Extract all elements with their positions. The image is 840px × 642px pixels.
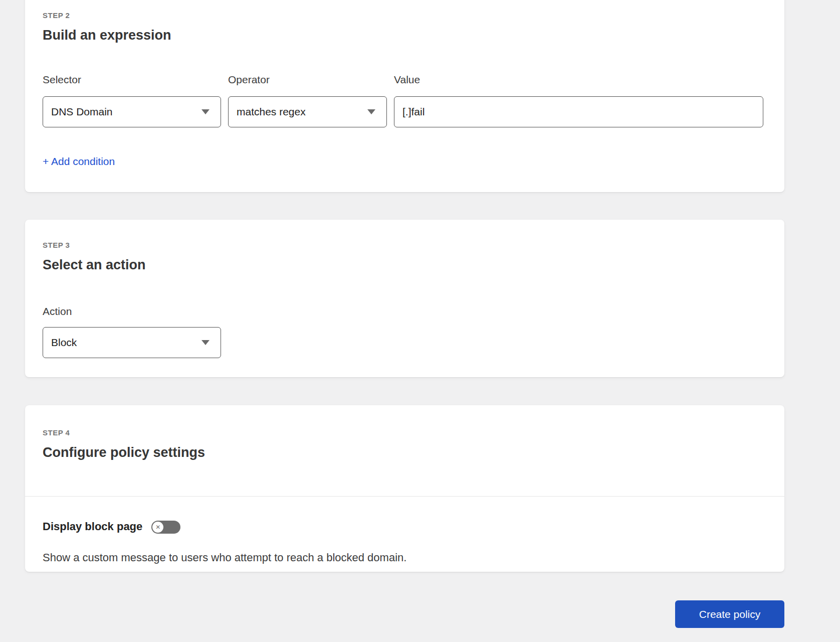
toggle-off-x-icon: ✕ xyxy=(152,522,163,533)
operator-dropdown-value: matches regex xyxy=(237,106,306,118)
selector-field: Selector DNS Domain xyxy=(43,73,221,127)
build-expression-card: STEP 2 Build an expression Selector DNS … xyxy=(25,0,784,192)
value-label: Value xyxy=(394,73,763,86)
display-block-page-row: Display block page ✕ xyxy=(43,520,763,534)
display-block-page-label: Display block page xyxy=(43,520,142,534)
policy-settings-card: STEP 4 Configure policy settings Display… xyxy=(25,405,784,572)
chevron-down-icon xyxy=(201,109,209,114)
select-action-card: STEP 3 Select an action Action Block xyxy=(25,220,784,377)
action-dropdown-value: Block xyxy=(51,337,77,349)
display-block-page-description: Show a custom message to users who attem… xyxy=(43,551,763,565)
add-condition-link[interactable]: + Add condition xyxy=(43,155,115,168)
policy-settings-title: Configure policy settings xyxy=(43,444,763,460)
action-label: Action xyxy=(43,305,763,318)
value-field: Value xyxy=(394,73,763,127)
chevron-down-icon xyxy=(367,109,375,114)
operator-field: Operator matches regex xyxy=(228,73,387,127)
selector-dropdown-value: DNS Domain xyxy=(51,106,113,118)
create-policy-button[interactable]: Create policy xyxy=(675,600,784,628)
build-expression-title: Build an expression xyxy=(43,27,763,43)
action-dropdown[interactable]: Block xyxy=(43,327,221,358)
expression-fields-row: Selector DNS Domain Operator matches reg… xyxy=(43,73,763,127)
step-4-label: STEP 4 xyxy=(43,428,763,437)
selector-label: Selector xyxy=(43,73,221,86)
operator-label: Operator xyxy=(228,73,387,86)
display-block-page-toggle[interactable]: ✕ xyxy=(151,521,180,534)
chevron-down-icon xyxy=(201,340,209,345)
step-2-label: STEP 2 xyxy=(43,11,763,20)
operator-dropdown[interactable]: matches regex xyxy=(228,96,387,127)
select-action-title: Select an action xyxy=(43,257,763,273)
policy-settings-body: Display block page ✕ Show a custom messa… xyxy=(25,497,784,565)
policy-settings-header: STEP 4 Configure policy settings xyxy=(25,405,784,497)
selector-dropdown[interactable]: DNS Domain xyxy=(43,96,221,127)
value-input[interactable] xyxy=(394,96,763,127)
step-3-label: STEP 3 xyxy=(43,241,763,250)
